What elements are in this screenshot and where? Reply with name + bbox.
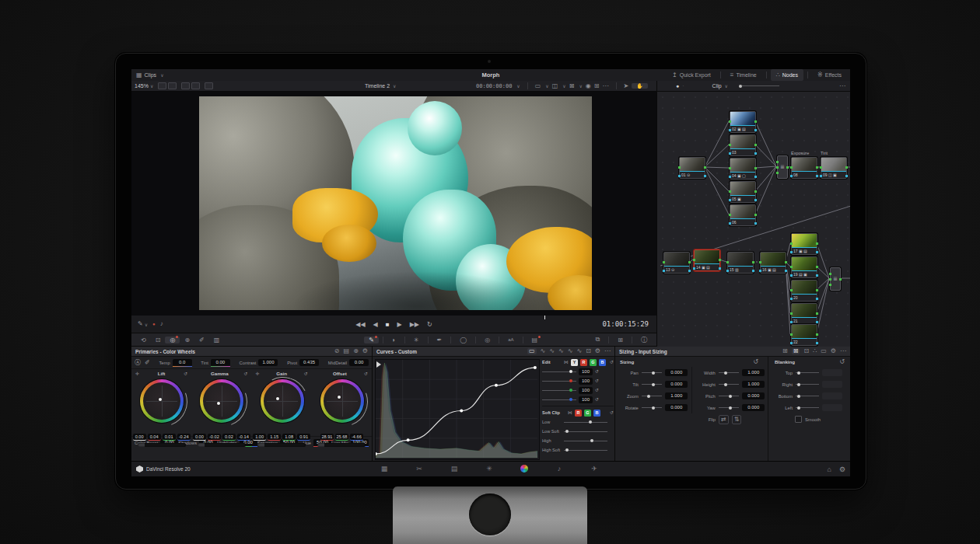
sizing-slider-dot[interactable] xyxy=(652,406,655,410)
node-key-in-connector[interactable] xyxy=(663,270,665,272)
node-key-in-connector[interactable] xyxy=(678,175,681,177)
blanking-slider[interactable] xyxy=(796,384,819,385)
node-17[interactable]: 17 ▣ ▤ xyxy=(791,233,817,255)
cursor-tool-icon[interactable]: ➤ xyxy=(624,83,629,89)
curve-pen-icon[interactable]: ✎ xyxy=(364,337,379,343)
node-input-connector[interactable] xyxy=(790,333,793,336)
mixer-input-connector[interactable] xyxy=(829,278,831,281)
node-input-connector[interactable] xyxy=(663,261,665,263)
node-input-connector[interactable] xyxy=(790,289,793,291)
node-key-in-connector[interactable] xyxy=(790,298,793,300)
soft-clip-slider-dot[interactable] xyxy=(590,439,593,442)
node-input-connector[interactable] xyxy=(790,266,793,268)
node-input-connector[interactable] xyxy=(729,214,731,216)
more-icon[interactable]: ⋯ xyxy=(840,348,846,354)
sizing-slider-dot[interactable] xyxy=(724,371,727,375)
settings-icon[interactable]: ⚙ xyxy=(362,348,368,354)
grid-overlay-icon[interactable]: ⊞ xyxy=(594,83,600,89)
node-19[interactable]: 19 ▤ ▣ xyxy=(791,256,817,278)
wheel-value[interactable]: 1.15 xyxy=(268,434,281,441)
adjustment-value-contrast[interactable]: 1.000 xyxy=(258,359,278,366)
sizing-mode-4-icon[interactable]: ∴ xyxy=(813,348,817,354)
node-key-out-connector[interactable] xyxy=(785,270,787,272)
node-key-out-connector[interactable] xyxy=(816,342,818,344)
sizing-value[interactable]: 1.000 xyxy=(742,369,765,376)
skip-end-button[interactable]: ▶▶ xyxy=(410,321,419,328)
node-input-connector[interactable] xyxy=(820,166,822,169)
wheel-master-slider[interactable] xyxy=(257,443,306,447)
sizing-value[interactable]: 1.000 xyxy=(665,392,688,399)
sizing-slider-dot[interactable] xyxy=(729,406,732,410)
wheel-value[interactable]: -0.24 xyxy=(177,434,191,441)
node-input-connector[interactable] xyxy=(729,144,731,146)
channel-slider-dot[interactable] xyxy=(569,389,572,392)
wheel-value[interactable]: 0.01 xyxy=(163,434,176,441)
channel-slider[interactable] xyxy=(542,371,576,372)
node-key-in-connector[interactable] xyxy=(729,152,731,155)
wheel-value[interactable]: -0.02 xyxy=(208,434,221,441)
node-input-connector[interactable] xyxy=(678,166,681,169)
node-zoom-slider[interactable] xyxy=(739,85,779,88)
reset-icon[interactable]: ↺ xyxy=(610,360,614,364)
more-icon[interactable]: ⋯ xyxy=(839,83,845,89)
soft-channel-button-G[interactable]: G xyxy=(584,410,591,417)
dot-indicator-2[interactable]: · xyxy=(682,83,684,89)
page-cut[interactable]: ✂ xyxy=(408,465,431,474)
flip-horizontal-button[interactable]: ⇄ xyxy=(719,415,729,424)
node-06[interactable]: 06 xyxy=(730,204,756,226)
node-input-connector[interactable] xyxy=(729,190,731,193)
node-clip-selector[interactable]: Clip ∨ xyxy=(712,83,728,89)
node-09[interactable]: 09 ◫ ▣ xyxy=(821,157,847,179)
node-output-connector[interactable] xyxy=(754,167,757,169)
reset-icon[interactable]: ↺ xyxy=(595,369,599,374)
sizing-value[interactable]: 0.000 xyxy=(665,404,688,411)
curve-hue-hue-icon[interactable]: ∿ xyxy=(541,348,546,354)
undo-tool-icon[interactable]: ⟲ xyxy=(136,337,151,343)
reset-icon[interactable]: ↺ xyxy=(839,359,845,365)
node-04[interactable]: 04 ▣ ▢ xyxy=(730,158,756,180)
bars-icon[interactable]: ▤ xyxy=(344,348,350,354)
adjustment-value-middetail[interactable]: 0.00 xyxy=(349,359,369,366)
node-key-in-connector[interactable] xyxy=(790,175,793,177)
viewer-single-button[interactable] xyxy=(205,82,213,89)
node-key-in-connector[interactable] xyxy=(726,270,729,272)
node-14[interactable]: 14 ▣ ▤ xyxy=(694,249,720,271)
sizing-slider[interactable] xyxy=(642,372,663,373)
quick-export-button[interactable]: ↥Quick Export xyxy=(667,69,716,81)
mixer-input-connector[interactable] xyxy=(776,166,779,169)
wheel-arc-slider[interactable] xyxy=(251,371,314,434)
qualifier-icon[interactable]: ◗ xyxy=(387,337,401,343)
sizing-value[interactable]: 0.000 xyxy=(742,404,765,411)
bypass-icon[interactable]: ⊘ xyxy=(334,348,340,354)
picker-wand-icon[interactable]: ✐ xyxy=(145,360,150,366)
blanking-slider[interactable] xyxy=(796,407,819,408)
sizing-mode-5-icon[interactable]: ▭ xyxy=(821,348,827,354)
timeline-selector[interactable]: Timeline 2 ∨ xyxy=(365,83,396,89)
node-key-in-connector[interactable] xyxy=(820,175,822,177)
wheel-value[interactable]: 0.00 xyxy=(193,434,206,441)
node-output-connector[interactable] xyxy=(816,266,818,268)
sizing-slider[interactable] xyxy=(719,372,740,373)
reset-icon[interactable]: ↺ xyxy=(595,388,599,392)
step-back-button[interactable]: ◀ xyxy=(373,321,378,328)
node-03[interactable]: 03 xyxy=(730,134,756,156)
node-key-out-connector[interactable] xyxy=(816,251,818,253)
curve-sat-sat-icon[interactable]: ∿ xyxy=(576,348,582,354)
node-output-connector[interactable] xyxy=(688,261,691,263)
sizing-slider[interactable] xyxy=(642,384,663,385)
channel-slider[interactable] xyxy=(542,390,576,391)
sizing-slider[interactable] xyxy=(642,407,663,408)
expand-icon[interactable]: ⊡ xyxy=(586,348,591,354)
channel-slider-dot[interactable] xyxy=(569,370,572,373)
node-02[interactable]: 02 ▣ ▤ xyxy=(730,111,756,133)
auto-balance-icon[interactable]: Ⓐ xyxy=(135,360,141,366)
soft-channel-button-B[interactable]: B xyxy=(593,410,600,417)
wheel-value[interactable]: 28.91 xyxy=(320,434,334,441)
node-input-connector[interactable] xyxy=(729,167,731,169)
node-20[interactable]: 20 xyxy=(791,280,817,302)
channel-button-G[interactable]: G xyxy=(590,359,597,366)
dot-indicator[interactable]: ● xyxy=(676,83,679,89)
blanking-value[interactable] xyxy=(822,381,842,388)
adjustment-value-tint[interactable]: 0.00 xyxy=(211,359,230,367)
window-target-icon[interactable]: ◎ xyxy=(480,337,495,343)
